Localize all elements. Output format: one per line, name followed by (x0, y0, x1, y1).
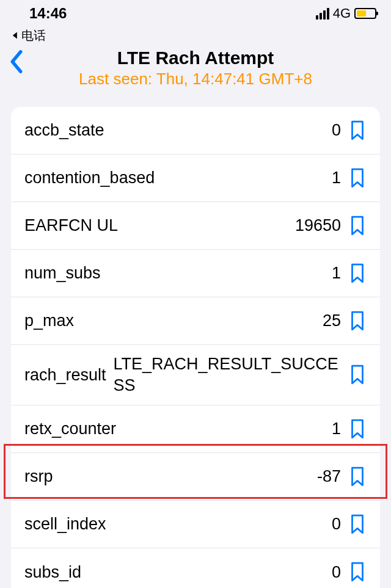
breadcrumb-label: 电话 (21, 27, 46, 44)
nav-header: LTE Rach Attempt Last seen: Thu, 14:47:4… (0, 44, 391, 100)
row-label: p_max (24, 311, 74, 330)
bookmark-button[interactable] (348, 561, 367, 584)
bookmark-icon (349, 514, 365, 535)
row-label: rsrp (24, 467, 53, 486)
page-title: LTE Rach Attempt (0, 48, 391, 68)
row-value: 19650 (125, 216, 341, 235)
row-label: subs_id (24, 563, 81, 582)
bookmark-icon (349, 311, 365, 332)
table-row[interactable]: retx_counter1 (11, 405, 380, 453)
table-row[interactable]: scell_index0 (11, 501, 380, 548)
bookmark-button[interactable] (348, 513, 367, 536)
bookmark-icon (349, 419, 365, 440)
table-row[interactable]: subs_id0 (11, 548, 380, 588)
table-row[interactable]: contention_based1 (11, 154, 380, 202)
row-label: EARFCN UL (24, 216, 118, 235)
caret-left-icon (11, 31, 20, 40)
row-value: 0 (112, 121, 341, 140)
bookmark-icon (349, 216, 365, 236)
row-value: 0 (114, 515, 341, 534)
row-value: 1 (123, 419, 341, 438)
bookmark-button[interactable] (348, 262, 367, 285)
status-time: 14:46 (29, 5, 67, 22)
row-label: retx_counter (24, 419, 116, 438)
back-button[interactable] (9, 50, 24, 76)
row-label: rach_result (24, 366, 106, 385)
bookmark-icon (349, 168, 365, 189)
signal-icon (316, 8, 329, 20)
row-value: 25 (81, 311, 341, 330)
row-value: 1 (108, 264, 341, 283)
bookmark-icon (349, 120, 365, 141)
bookmark-button[interactable] (348, 418, 367, 441)
table-row[interactable]: EARFCN UL19650 (11, 202, 380, 250)
row-value: 0 (89, 563, 341, 582)
table-row[interactable]: p_max25 (11, 297, 380, 345)
bookmark-icon (349, 466, 365, 487)
table-row[interactable]: num_subs1 (11, 250, 380, 297)
row-value: -87 (60, 467, 342, 486)
chevron-left-icon (9, 50, 24, 73)
bookmark-icon (349, 365, 365, 385)
battery-icon (354, 8, 376, 19)
row-label: accb_state (24, 121, 104, 140)
bookmark-button[interactable] (348, 363, 367, 387)
status-bar: 14:46 4G (0, 0, 391, 27)
table-row[interactable]: rach_resultLTE_RACH_RESULT_SUCCESS (11, 345, 380, 405)
bookmark-button[interactable] (348, 310, 367, 333)
row-label: contention_based (24, 169, 155, 187)
network-label: 4G (333, 5, 351, 21)
page-subtitle: Last seen: Thu, 14:47:41 GMT+8 (0, 70, 391, 89)
breadcrumb-back[interactable]: 电话 (0, 27, 391, 44)
row-value: 1 (162, 169, 341, 187)
bookmark-button[interactable] (348, 214, 367, 238)
table-row[interactable]: accb_state0 (11, 107, 380, 154)
bookmark-icon (349, 263, 365, 284)
row-label: scell_index (24, 515, 106, 534)
bookmark-icon (349, 562, 365, 583)
row-label: num_subs (24, 264, 101, 283)
bookmark-button[interactable] (348, 167, 367, 190)
status-right: 4G (316, 5, 376, 21)
data-table: accb_state0contention_based1EARFCN UL196… (11, 107, 380, 588)
bookmark-button[interactable] (348, 119, 367, 142)
bookmark-button[interactable] (348, 465, 367, 488)
row-value: LTE_RACH_RESULT_SUCCESS (114, 354, 341, 396)
table-row[interactable]: rsrp-87 (11, 453, 380, 501)
